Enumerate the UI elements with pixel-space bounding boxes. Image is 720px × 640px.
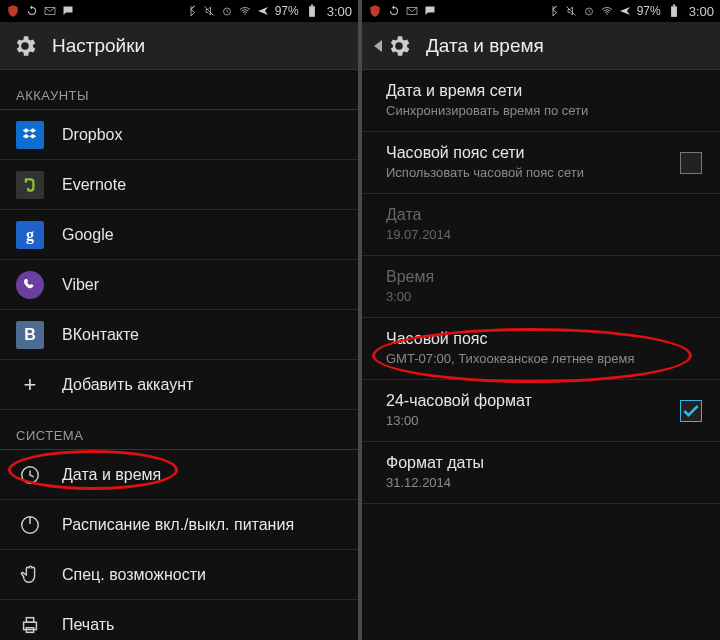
google-icon: g xyxy=(16,221,44,249)
section-system: СИСТЕМА xyxy=(0,410,358,450)
clock-time: 3:00 xyxy=(689,4,714,19)
account-label: Viber xyxy=(62,276,99,294)
alarm-icon xyxy=(583,5,595,17)
datetime-list[interactable]: Дата и время сети Синхронизировать время… xyxy=(362,70,720,640)
wifi-icon xyxy=(239,5,251,17)
pref-timezone[interactable]: Часовой пояс GMT-07:00, Тихоокеанское ле… xyxy=(362,318,720,380)
pref-title: Формат даты xyxy=(386,453,664,474)
settings-icon xyxy=(386,33,412,59)
svg-rect-3 xyxy=(309,6,315,16)
pref-title: Время xyxy=(386,267,664,288)
print-icon xyxy=(16,611,44,639)
bluetooth-icon xyxy=(547,5,559,17)
add-account[interactable]: + Добавить аккаунт xyxy=(0,360,358,410)
action-bar: Дата и время xyxy=(362,22,720,70)
account-google[interactable]: g Google xyxy=(0,210,358,260)
status-bar: 97% 3:00 xyxy=(0,0,358,22)
vk-icon: B xyxy=(16,321,44,349)
system-label: Печать xyxy=(62,616,114,634)
status-right: 97% 3:00 xyxy=(547,4,714,19)
mail-icon xyxy=(44,5,56,17)
evernote-icon xyxy=(16,171,44,199)
system-power-schedule[interactable]: Расписание вкл./выкл. питания xyxy=(0,500,358,550)
clock-time: 3:00 xyxy=(327,4,352,19)
bluetooth-icon xyxy=(185,5,197,17)
add-account-label: Добавить аккаунт xyxy=(62,376,193,394)
status-right: 97% 3:00 xyxy=(185,4,352,19)
sync-icon xyxy=(388,5,400,17)
pref-title: Часовой пояс xyxy=(386,329,664,350)
battery-percent: 97% xyxy=(637,4,661,18)
section-accounts: АККАУНТЫ xyxy=(0,70,358,110)
pref-summary: 19.07.2014 xyxy=(386,227,664,244)
system-datetime[interactable]: Дата и время xyxy=(0,450,358,500)
page-title: Дата и время xyxy=(426,35,544,57)
mute-icon xyxy=(203,5,215,17)
hand-icon xyxy=(16,561,44,589)
system-label: Спец. возможности xyxy=(62,566,206,584)
account-label: ВКонтакте xyxy=(62,326,139,344)
pref-summary: Использовать часовой пояс сети xyxy=(386,165,664,182)
status-left xyxy=(6,4,74,18)
settings-list[interactable]: АККАУНТЫ Dropbox Evernote g Google Viber… xyxy=(0,70,358,640)
account-label: Dropbox xyxy=(62,126,122,144)
status-left xyxy=(368,4,436,18)
pref-title: Дата xyxy=(386,205,664,226)
mail-icon xyxy=(406,5,418,17)
account-label: Google xyxy=(62,226,114,244)
svg-point-12 xyxy=(606,13,607,14)
system-label: Дата и время xyxy=(62,466,161,484)
pref-date: Дата 19.07.2014 xyxy=(362,194,720,256)
account-label: Evernote xyxy=(62,176,126,194)
svg-rect-14 xyxy=(673,5,675,7)
pref-title: Дата и время сети xyxy=(386,81,664,102)
svg-rect-13 xyxy=(671,6,677,16)
clock-icon xyxy=(16,461,44,489)
security-app-icon xyxy=(6,4,20,18)
pref-summary: 13:00 xyxy=(386,413,664,430)
dropbox-icon xyxy=(16,121,44,149)
screen-datetime: 97% 3:00 Дата и время Дата и время сети … xyxy=(362,0,720,640)
checkbox[interactable] xyxy=(680,152,702,174)
svg-rect-7 xyxy=(24,622,37,629)
account-viber[interactable]: Viber xyxy=(0,260,358,310)
battery-percent: 97% xyxy=(275,4,299,18)
system-label: Расписание вкл./выкл. питания xyxy=(62,516,294,534)
up-button[interactable] xyxy=(374,33,412,59)
pref-summary: 31.12.2014 xyxy=(386,475,664,492)
battery-icon xyxy=(305,4,319,18)
pref-summary: 3:00 xyxy=(386,289,664,306)
pref-time: Время 3:00 xyxy=(362,256,720,318)
account-evernote[interactable]: Evernote xyxy=(0,160,358,210)
account-dropbox[interactable]: Dropbox xyxy=(0,110,358,160)
viber-icon xyxy=(16,271,44,299)
mute-icon xyxy=(565,5,577,17)
security-app-icon xyxy=(368,4,382,18)
pref-network-time[interactable]: Дата и время сети Синхронизировать время… xyxy=(362,70,720,132)
power-icon xyxy=(16,511,44,539)
settings-icon[interactable] xyxy=(12,33,38,59)
system-accessibility[interactable]: Спец. возможности xyxy=(0,550,358,600)
system-print[interactable]: Печать xyxy=(0,600,358,640)
screen-settings: 97% 3:00 Настройки АККАУНТЫ Dropbox Ever… xyxy=(0,0,358,640)
status-bar: 97% 3:00 xyxy=(362,0,720,22)
pref-date-format[interactable]: Формат даты 31.12.2014 xyxy=(362,442,720,504)
back-caret-icon xyxy=(374,40,382,52)
airplane-icon xyxy=(257,5,269,17)
checkbox[interactable] xyxy=(680,400,702,422)
account-vk[interactable]: B ВКонтакте xyxy=(0,310,358,360)
chat-icon xyxy=(424,5,436,17)
action-bar: Настройки xyxy=(0,22,358,70)
sync-icon xyxy=(26,5,38,17)
pref-network-timezone[interactable]: Часовой пояс сети Использовать часовой п… xyxy=(362,132,720,194)
alarm-icon xyxy=(221,5,233,17)
svg-rect-4 xyxy=(311,5,313,7)
plus-icon: + xyxy=(16,371,44,399)
wifi-icon xyxy=(601,5,613,17)
pref-title: 24-часовой формат xyxy=(386,391,664,412)
svg-rect-8 xyxy=(26,617,33,622)
chat-icon xyxy=(62,5,74,17)
pref-24h[interactable]: 24-часовой формат 13:00 xyxy=(362,380,720,442)
pref-summary: GMT-07:00, Тихоокеанское летнее время xyxy=(386,351,664,368)
battery-icon xyxy=(667,4,681,18)
